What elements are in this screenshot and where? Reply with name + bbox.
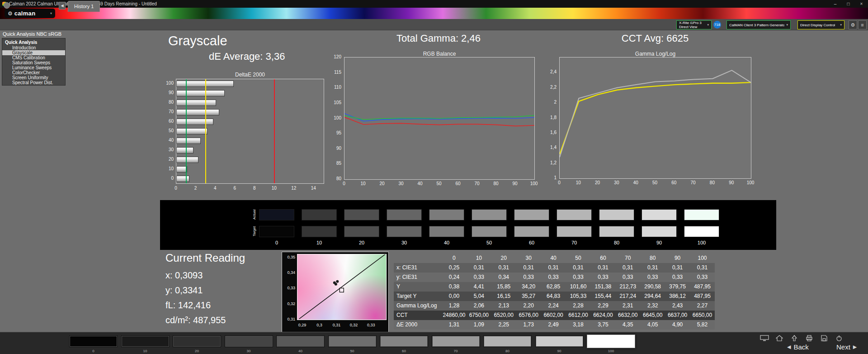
gamma_loglog-x-tick: 40 — [629, 180, 642, 185]
deltae-x-tick: 14 — [307, 186, 320, 191]
table-cell: 0,31 — [690, 263, 715, 273]
table-header-cell: 0 — [442, 254, 467, 263]
measured-point — [335, 283, 337, 286]
app-menu-button[interactable] — [4, 2, 10, 9]
table-row: y: CIE310,240,330,340,330,330,330,330,33… — [394, 273, 715, 282]
pattern-swatch-40[interactable] — [276, 335, 325, 347]
table-cell: 0,31 — [467, 263, 491, 273]
settings-gear-button[interactable]: ⚙ — [849, 20, 857, 29]
gamma_loglog-x-tick: 70 — [686, 180, 700, 185]
pattern-swatch-80[interactable] — [483, 335, 532, 347]
table-cell: 6632,00 — [615, 311, 640, 320]
table-cell: 0,33 — [516, 273, 541, 282]
pattern-swatch-label: 80 — [483, 349, 532, 353]
pattern-swatch-60[interactable] — [380, 335, 428, 347]
printer-icon[interactable] — [804, 335, 814, 341]
target-swatch-30 — [387, 226, 422, 237]
sidebar-item-colorchecker[interactable]: ColorChecker — [2, 70, 65, 75]
calman-logo-menu[interactable]: ⚙ calman ▾ — [5, 9, 55, 18]
rgb_balance-y-tick: 115 — [322, 70, 341, 75]
pattern-swatch-label: 40 — [276, 349, 325, 353]
monitor-icon[interactable] — [760, 335, 769, 341]
gamma_loglog-y-tick: 1 — [538, 175, 557, 180]
cie-x-tick: 0,31 — [330, 323, 343, 327]
sidebar-item-luminance-sweeps[interactable]: Luminance Sweeps — [2, 65, 65, 70]
deltae-x-tick: 12 — [287, 186, 301, 191]
rgb_balance-lines — [344, 57, 534, 179]
table-row: x: CIE310,250,310,310,310,310,310,310,31… — [394, 263, 715, 273]
rgb_balance-x-tick: 60 — [451, 181, 465, 186]
table-header-cell: 90 — [665, 254, 690, 263]
deltae-y-tick: 20 — [150, 157, 174, 162]
pattern-swatch-70[interactable] — [432, 335, 480, 347]
calman-gear-icon: ⚙ — [8, 10, 13, 17]
table-cell: 64,83 — [541, 292, 566, 301]
actual-swatch-20 — [344, 209, 379, 220]
table-cell: 2,28 — [566, 301, 591, 311]
sidebar-item-grayscale[interactable]: Grayscale — [2, 50, 65, 55]
table-row: Y0,384,4115,8534,2062,85101,60151,38212,… — [394, 282, 715, 292]
source-dropdown[interactable]: CalMAN Client 3 Pattern Generator ▾ — [726, 20, 791, 29]
table-cell: 0,33 — [640, 273, 665, 282]
power-icon[interactable] — [834, 335, 844, 341]
arrow-up-icon[interactable] — [789, 335, 799, 341]
tab-history-1[interactable]: History 1 — [68, 1, 100, 12]
table-row: CCT24860,006750,006520,006576,006602,006… — [394, 311, 715, 320]
sidebar-item-spectral-power-dist-[interactable]: Spectral Power Dist. — [2, 80, 65, 85]
table-row-label: Target Y — [394, 292, 442, 301]
table-cell: 4,41 — [467, 282, 491, 292]
maximize-button[interactable]: □ — [842, 0, 855, 8]
pattern-swatch-30[interactable] — [225, 335, 273, 347]
table-header-cell: 70 — [615, 254, 640, 263]
actual-swatch-0 — [259, 209, 294, 220]
rgb_balance-x-tick: 50 — [432, 181, 446, 186]
table-cell: 6645,00 — [640, 311, 665, 320]
gamma_loglog-y-tick: 1,6 — [538, 130, 557, 135]
reading-cdm2: cd/m²: 487,955 — [165, 315, 226, 325]
display-control-label: Direct Display Control — [800, 23, 835, 27]
sidebar-item-saturation-sweeps[interactable]: Saturation Sweeps — [2, 60, 65, 65]
actual-swatch-100 — [684, 209, 719, 220]
save-icon[interactable] — [819, 335, 829, 341]
pattern-swatch-label: 90 — [535, 349, 584, 353]
table-cell: 0,31 — [516, 263, 541, 273]
next-button[interactable]: Next ▶ — [836, 343, 857, 351]
back-arrow-icon: ◀ — [787, 344, 791, 350]
pattern-swatch-10[interactable] — [121, 335, 170, 347]
table-header-cell: 10 — [467, 254, 491, 263]
sidebar-collapse-button[interactable]: ◀ — [59, 2, 66, 10]
swatch-level-label: 60 — [514, 240, 549, 245]
table-cell: 1,28 — [442, 301, 467, 311]
pattern-swatch-20[interactable] — [173, 335, 221, 347]
sidebar-item-screen-uniformity[interactable]: Screen Uniformity — [2, 75, 65, 80]
table-cell: 2,13 — [491, 301, 516, 311]
pattern-swatch-90[interactable] — [535, 335, 584, 347]
current-reading-title: Current Reading — [165, 252, 245, 264]
pattern-swatch-100[interactable] — [587, 335, 635, 348]
calman-logo-text: calman — [14, 10, 36, 17]
menu-button[interactable]: ≡ — [858, 20, 867, 29]
cie-chart: 0,350,340,330,320,310,290,30,310,320,33 — [282, 252, 389, 332]
table-header-corner — [394, 254, 442, 263]
table-cell: 0,38 — [442, 282, 467, 292]
table-row: Gamma Log/Log1,282,062,132,202,242,282,2… — [394, 301, 715, 311]
sidebar-tree: Quick Analysis IntroductionGrayscaleCMS … — [2, 38, 66, 86]
pattern-swatch-0[interactable] — [69, 335, 118, 347]
table-cell: 2,24 — [541, 301, 566, 311]
display-control-dropdown[interactable]: Direct Display Control ▾ — [797, 20, 844, 29]
home-icon[interactable] — [774, 335, 784, 341]
sidebar-item-introduction[interactable]: Introduction — [2, 45, 65, 50]
sidebar-item-cms-calibration[interactable]: CMS Calibration — [2, 55, 65, 60]
sidebar-root[interactable]: Quick Analysis — [2, 39, 65, 45]
minimize-button[interactable]: – — [829, 0, 842, 8]
gamma-plot — [559, 57, 751, 179]
deltae-bar-20 — [176, 157, 198, 163]
deltae-bar-30 — [176, 147, 193, 153]
table-cell: 0,31 — [541, 263, 566, 273]
pattern-swatch-50[interactable] — [328, 335, 377, 347]
back-button[interactable]: ◀ Back — [787, 343, 809, 351]
close-button[interactable]: × — [855, 0, 868, 8]
deltae-x-tick: 10 — [267, 186, 281, 191]
meter-dropdown[interactable]: X-Rite i1Pro 3Direct View ▾ — [676, 20, 712, 29]
rgb-chart-title: RGB Balance — [344, 51, 535, 57]
